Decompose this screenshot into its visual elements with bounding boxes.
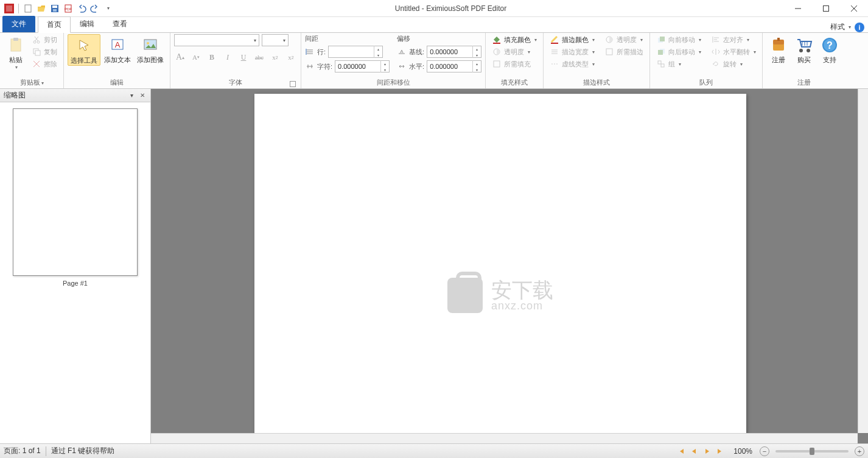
maximize-button[interactable] xyxy=(812,0,840,17)
qat-customize-icon[interactable]: ▾ xyxy=(103,3,114,14)
tab-view[interactable]: 查看 xyxy=(103,16,136,32)
panel-dropdown-icon[interactable]: ▾ xyxy=(127,91,136,100)
add-image-button[interactable]: 添加图像 xyxy=(135,34,166,65)
first-page-icon[interactable] xyxy=(675,446,686,457)
svg-rect-4 xyxy=(52,5,57,8)
new-icon[interactable] xyxy=(23,3,33,14)
stroke-width-button[interactable]: 描边宽度▾ xyxy=(547,46,597,57)
help-hint: 通过 F1 键获得帮助 xyxy=(51,446,115,456)
subscript-button[interactable]: x2 xyxy=(269,51,281,63)
underline-button[interactable]: U xyxy=(237,51,250,63)
window-title: Untitled - EximiousSoft PDF Editor xyxy=(117,4,784,13)
vertical-scrollbar[interactable] xyxy=(858,89,868,433)
paste-button[interactable]: 粘贴 ▾ xyxy=(4,34,28,71)
svg-rect-36 xyxy=(661,64,664,67)
help-icon[interactable]: i xyxy=(855,23,864,32)
prev-page-icon[interactable] xyxy=(688,446,699,457)
quick-access-toolbar: PDF ▾ xyxy=(0,3,117,14)
svg-text:A: A xyxy=(400,49,404,54)
undo-icon[interactable] xyxy=(76,3,87,14)
baseline-input[interactable]: 0.000000▴▾ xyxy=(427,46,481,58)
thumbnails-list[interactable]: Page #1 xyxy=(0,102,150,443)
grow-font-button[interactable]: A▴ xyxy=(174,51,186,63)
dash-type-button[interactable]: 虚线类型▾ xyxy=(547,58,597,69)
export-pdf-icon[interactable]: PDF xyxy=(63,3,74,14)
svg-point-40 xyxy=(799,49,803,52)
fill-color-button[interactable]: 填充颜色▾ xyxy=(489,34,539,45)
thumbnail-page-1[interactable] xyxy=(13,108,138,276)
group-stroke: 描边颜色▾ 描边宽度▾ 虚线类型▾ 透明度▾ 所需描边 描边样式 xyxy=(544,33,650,88)
app-icon[interactable] xyxy=(4,3,15,14)
font-dialog-launcher[interactable] xyxy=(290,81,296,87)
align-left-button[interactable]: 左对齐▾ xyxy=(709,34,758,45)
select-tool-button[interactable]: 选择工具 xyxy=(68,34,100,66)
close-button[interactable] xyxy=(840,0,868,17)
save-icon[interactable] xyxy=(49,3,60,14)
line-spacing-input[interactable]: ▴▾ xyxy=(328,46,383,58)
horiz-shift-icon xyxy=(397,62,407,71)
page-1[interactable]: 安下载 anxz.com xyxy=(254,94,746,443)
font-name-combo[interactable]: ▾ xyxy=(174,34,259,46)
svg-rect-28 xyxy=(551,43,558,44)
buy-button[interactable]: 购买 xyxy=(792,34,816,65)
style-label[interactable]: 样式 xyxy=(830,22,845,32)
svg-text:A: A xyxy=(115,40,121,49)
copy-button[interactable]: 复制 xyxy=(29,46,60,57)
cut-button[interactable]: 剪切 xyxy=(29,34,60,45)
zoom-value: 100% xyxy=(733,447,752,456)
svg-text:PDF: PDF xyxy=(65,7,72,11)
group-spacing: 间距 行: ▴▾ 字符: 0.000000▴▾ 偏移 A 基线: 0.00000… xyxy=(301,33,486,88)
shrink-font-button[interactable]: A▾ xyxy=(190,51,202,63)
ribbon-tabs: 文件 首页 编辑 查看 样式 ▾ i xyxy=(0,17,868,33)
add-text-button[interactable]: A 添加文本 xyxy=(102,34,133,65)
open-icon[interactable] xyxy=(36,3,47,14)
font-size-combo[interactable]: ▾ xyxy=(262,34,289,46)
fill-required-button[interactable]: 所需填充 xyxy=(489,58,539,69)
group-edit: 选择工具 A 添加文本 添加图像 编辑 xyxy=(64,33,170,88)
bold-button[interactable]: B xyxy=(206,51,218,63)
stroke-required-button[interactable]: 所需描边 xyxy=(602,46,646,57)
tab-home[interactable]: 首页 xyxy=(38,16,71,33)
last-page-icon[interactable] xyxy=(715,446,726,457)
svg-rect-27 xyxy=(494,61,500,67)
italic-button[interactable]: I xyxy=(222,51,234,63)
thumbnail-label: Page #1 xyxy=(6,280,144,287)
line-spacing-icon xyxy=(305,47,315,57)
rotate-button[interactable]: 旋转▾ xyxy=(709,58,758,69)
svg-rect-34 xyxy=(658,50,663,55)
clear-button[interactable]: 擦除 xyxy=(29,58,60,69)
tab-edit[interactable]: 编辑 xyxy=(71,16,103,32)
document-canvas[interactable]: 安下载 anxz.com xyxy=(151,89,868,443)
svg-rect-30 xyxy=(606,49,612,55)
redo-icon[interactable] xyxy=(89,3,100,14)
support-button[interactable]: ? 支持 xyxy=(817,34,842,65)
group-font: ▾ ▾ A▴ A▾ B I U abc x2 x2 字体 xyxy=(170,33,301,88)
bring-forward-button[interactable]: 向前移动▾ xyxy=(654,34,704,45)
stroke-opacity-button[interactable]: 透明度▾ xyxy=(602,34,646,45)
horiz-input[interactable]: 0.000000▴▾ xyxy=(427,60,481,72)
group-button[interactable]: 组▾ xyxy=(654,58,704,69)
register-button[interactable]: 注册 xyxy=(766,34,791,65)
zoom-slider[interactable] xyxy=(775,450,849,453)
flip-h-button[interactable]: 水平翻转▾ xyxy=(709,46,758,57)
horizontal-scrollbar[interactable] xyxy=(151,433,858,443)
window-controls xyxy=(784,0,868,17)
fill-opacity-button[interactable]: 透明度▾ xyxy=(489,46,539,57)
zoom-in-button[interactable]: + xyxy=(855,446,864,456)
minimize-button[interactable] xyxy=(784,0,812,17)
send-backward-button[interactable]: 向后移动▾ xyxy=(654,46,704,57)
stroke-color-button[interactable]: 描边颜色▾ xyxy=(547,34,597,45)
superscript-button[interactable]: x2 xyxy=(285,51,297,63)
svg-rect-35 xyxy=(658,61,661,64)
watermark-icon xyxy=(447,278,483,313)
page-status: 页面: 1 of 1 xyxy=(4,446,41,456)
zoom-out-button[interactable]: − xyxy=(760,446,769,456)
tab-file[interactable]: 文件 xyxy=(2,16,35,32)
next-page-icon[interactable] xyxy=(702,446,713,457)
svg-rect-5 xyxy=(53,9,57,12)
panel-header: 缩略图 ▾ ✕ xyxy=(0,89,150,102)
strike-button[interactable]: abc xyxy=(253,51,265,63)
panel-close-icon[interactable]: ✕ xyxy=(138,91,147,100)
svg-rect-9 xyxy=(824,5,829,11)
char-spacing-input[interactable]: 0.000000▴▾ xyxy=(335,60,390,72)
